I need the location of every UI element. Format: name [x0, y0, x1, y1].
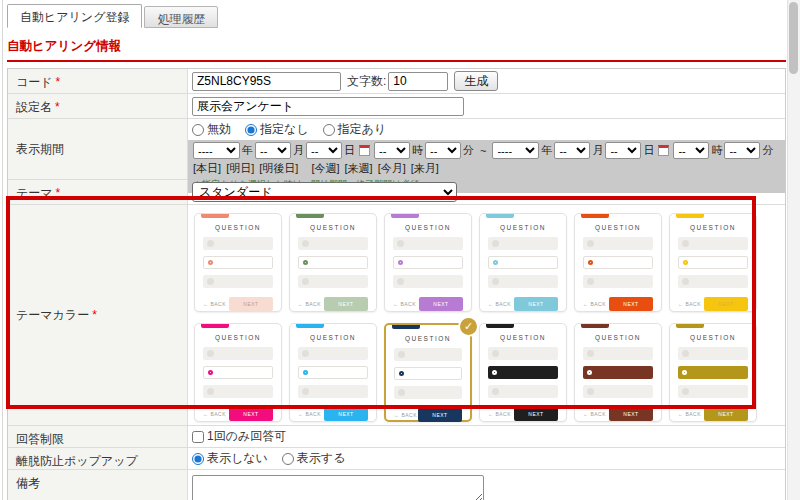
popup-option-hide[interactable]: 表示しない	[192, 450, 268, 467]
period-radio-invalid[interactable]	[192, 124, 204, 136]
period-datetime-selects: ----年--月--日--時--分~----年--月--日--時--分	[193, 142, 780, 159]
theme-color-card-brown[interactable]: QUESTION← BACKNEXT	[574, 323, 662, 422]
theme-color-card-pink[interactable]: QUESTION← BACKNEXT	[194, 323, 282, 422]
date-unit-label: 月	[293, 143, 304, 158]
card-question-title: QUESTION	[575, 334, 661, 341]
theme-color-card-orange[interactable]: QUESTION← BACKNEXT	[574, 213, 662, 312]
card-option-row	[203, 256, 273, 269]
period-tilde: ~	[480, 145, 486, 157]
card-question-title: QUESTION	[575, 224, 661, 231]
card-option-dot	[207, 350, 214, 357]
theme-color-card-yellow[interactable]: QUESTION← BACKNEXT	[669, 213, 757, 312]
card-option-row	[678, 275, 748, 288]
period-shortcut[interactable]: [今週]	[311, 161, 339, 176]
period-option-none[interactable]: 指定なし	[245, 121, 309, 138]
card-option-dot	[208, 260, 213, 265]
answer-limit-checkbox[interactable]	[192, 431, 204, 443]
period-shortcut[interactable]: [来週]	[345, 161, 373, 176]
popup-radio-show[interactable]	[282, 453, 294, 465]
display-period-content: 無効 指定なし 指定あり ----年--月--日--時--分~----年--月-…	[188, 119, 785, 179]
theme-color-card-sky-blue[interactable]: QUESTION← BACKNEXT	[289, 323, 377, 422]
card-option-dot	[492, 370, 497, 375]
calendar-icon[interactable]	[359, 145, 370, 156]
char-count-input[interactable]	[388, 72, 448, 91]
period-end-select-4[interactable]: --	[724, 142, 760, 159]
code-label-text: コード	[16, 75, 53, 89]
period-start-select-0[interactable]: ----	[193, 142, 240, 159]
card-accent-bar	[296, 214, 324, 218]
card-back-label: ← BACK	[583, 411, 606, 417]
selected-check-badge: ✓	[458, 316, 479, 337]
answer-limit-option[interactable]: 1回のみ回答可	[192, 428, 286, 445]
card-next-button: NEXT	[609, 297, 653, 311]
row-exit-popup: 離脱防止ポップアップ 表示しない 表示する	[8, 448, 785, 470]
period-shortcut[interactable]: [来月]	[411, 161, 439, 176]
code-input[interactable]	[192, 72, 341, 91]
popup-option-show[interactable]: 表示する	[282, 450, 346, 467]
code-content: 文字数: 生成	[188, 69, 785, 93]
card-option-dot	[588, 260, 593, 265]
period-end-select-2[interactable]: --	[605, 142, 641, 159]
card-back-label: ← BACK	[678, 411, 701, 417]
theme-color-card-black[interactable]: QUESTION← BACKNEXT	[479, 323, 567, 422]
card-option-row	[203, 275, 273, 288]
required-mark: *	[56, 75, 61, 89]
answer-limit-label: 回答制限	[8, 426, 188, 447]
date-unit-label: 分	[762, 143, 773, 158]
card-option-row	[583, 385, 653, 398]
period-start-select-4[interactable]: --	[425, 142, 461, 159]
scrollbar-thumb[interactable]	[789, 2, 798, 74]
card-option-row	[488, 256, 558, 269]
period-end-select-0[interactable]: ----	[492, 142, 539, 159]
calendar-icon[interactable]	[658, 145, 669, 156]
period-start-select-3[interactable]: --	[374, 142, 410, 159]
period-start-select-1[interactable]: --	[255, 142, 291, 159]
card-back-label: ← BACK	[203, 301, 226, 307]
theme-color-card-purple[interactable]: QUESTION← BACKNEXT	[384, 213, 472, 312]
generate-button[interactable]: 生成	[454, 71, 498, 91]
period-option-specified[interactable]: 指定あり	[323, 121, 387, 138]
display-period-label: 表示期間	[8, 119, 188, 179]
period-end-select-3[interactable]: --	[673, 142, 709, 159]
period-option-invalid-label: 無効	[207, 121, 231, 138]
card-option-dot	[303, 370, 308, 375]
card-option-dot	[492, 278, 499, 285]
period-shortcut[interactable]: [本日]	[193, 161, 221, 176]
popup-option-show-label: 表示する	[297, 450, 346, 467]
theme-content: スタンダード	[188, 180, 785, 204]
required-mark: *	[55, 100, 60, 114]
theme-color-card-cyan[interactable]: QUESTION← BACKNEXT	[479, 213, 567, 312]
form-table: コード* 文字数: 生成 設定名*	[7, 68, 786, 500]
period-shortcut[interactable]: [明日]	[226, 161, 254, 176]
theme-select[interactable]: スタンダード	[192, 182, 457, 202]
card-option-row	[583, 256, 653, 269]
card-option-row	[488, 366, 558, 379]
theme-label-text: テーマ	[16, 186, 53, 200]
period-radio-none[interactable]	[245, 124, 257, 136]
card-option-row	[393, 256, 463, 269]
period-shortcut[interactable]: [明後日]	[259, 161, 298, 176]
period-start-select-2[interactable]: --	[306, 142, 342, 159]
period-shortcut[interactable]: [今月]	[378, 161, 406, 176]
theme-color-label-text: テーマカラー	[16, 307, 89, 324]
theme-color-card-navy[interactable]: QUESTION← BACKNEXT✓	[384, 323, 472, 422]
period-radio-specified[interactable]	[323, 124, 335, 136]
theme-color-card-olive[interactable]: QUESTION← BACKNEXT	[669, 323, 757, 422]
card-footer: ← BACKNEXT	[488, 297, 558, 311]
tab-auto-hearing-register[interactable]: 自動ヒアリング登録	[7, 4, 142, 28]
tab-bar: 自動ヒアリング登録 処理履歴	[7, 4, 786, 28]
main-content: 自動ヒアリング登録 処理履歴 自動ヒアリング情報 コード* 文字数: 生成	[7, 4, 786, 500]
exit-popup-label-text: 離脱防止ポップアップ	[16, 454, 138, 468]
period-option-invalid[interactable]: 無効	[192, 121, 231, 138]
tab-process-history[interactable]: 処理履歴	[144, 6, 218, 28]
vertical-scrollbar[interactable]	[787, 0, 800, 500]
card-option-row	[394, 348, 462, 361]
theme-color-card-salmon[interactable]: QUESTION← BACKNEXT	[194, 213, 282, 312]
setting-name-input[interactable]	[192, 97, 464, 116]
card-next-button: NEXT	[704, 297, 748, 311]
remarks-textarea[interactable]	[192, 475, 484, 500]
period-end-select-1[interactable]: --	[554, 142, 590, 159]
char-count-label: 文字数:	[347, 73, 386, 90]
popup-radio-hide[interactable]	[192, 453, 204, 465]
theme-color-card-green[interactable]: QUESTION← BACKNEXT	[289, 213, 377, 312]
